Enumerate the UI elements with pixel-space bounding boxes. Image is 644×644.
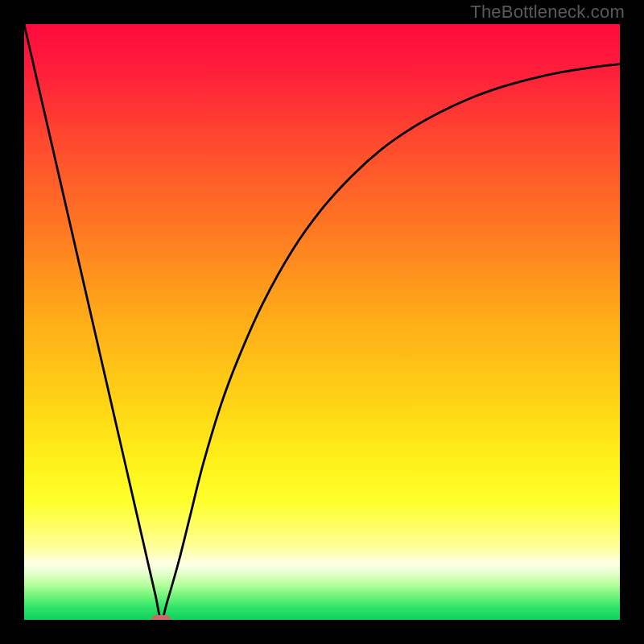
chart-frame: TheBottleneck.com	[0, 0, 644, 644]
bottleneck-chart	[24, 24, 620, 620]
watermark-text: TheBottleneck.com	[470, 2, 625, 23]
optimal-marker	[151, 615, 171, 620]
plot-background	[24, 24, 620, 620]
